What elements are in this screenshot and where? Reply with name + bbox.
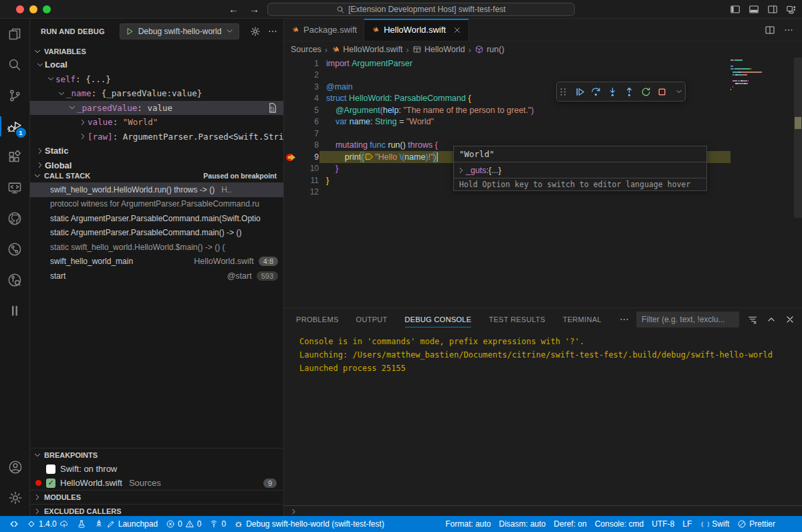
split-editor-icon[interactable] xyxy=(765,25,775,35)
breadcrumb-item[interactable]: HelloWorld.swift xyxy=(331,45,402,54)
gutter-glyph[interactable] xyxy=(284,57,299,70)
breakpoint-row[interactable]: Swift: on throw xyxy=(30,462,283,477)
statusbar-console-mode[interactable]: Console: cmd xyxy=(591,516,648,532)
step-into-button[interactable] xyxy=(606,85,619,98)
toggle-panel-icon[interactable] xyxy=(749,4,759,15)
editor-tab-package-swift[interactable]: Package.swift xyxy=(284,19,364,41)
panel-tab-terminal[interactable]: TERMINAL xyxy=(563,308,602,331)
debug-session-dropdown[interactable] xyxy=(672,85,685,98)
code-line-2[interactable]: 2 xyxy=(284,70,802,82)
variable-row[interactable]: self: {...} xyxy=(30,72,283,87)
breakpoint-row[interactable]: ✓HelloWorld.swiftSources9 xyxy=(30,476,283,491)
activitybar-item-commit-graph[interactable] xyxy=(0,234,30,265)
view-binary-icon[interactable]: 0110 xyxy=(267,102,278,114)
gutter-glyph[interactable] xyxy=(284,70,299,82)
panel-more-tabs-icon[interactable] xyxy=(619,314,630,325)
call-stack-frame[interactable]: swift_hello_world.HelloWorld.run() throw… xyxy=(30,182,283,197)
minimap[interactable] xyxy=(730,59,772,95)
stop-button[interactable] xyxy=(656,85,669,98)
gutter-glyph[interactable] xyxy=(284,174,299,186)
statusbar-notifications[interactable] xyxy=(779,516,797,532)
breakpoints-section-header[interactable]: BREAKPOINTS xyxy=(30,448,283,462)
statusbar-launchpad[interactable]: Launchpad xyxy=(90,516,162,532)
activitybar-item-search[interactable] xyxy=(0,49,30,80)
activitybar-item-pause[interactable] xyxy=(0,295,30,326)
statusbar-deref-mode[interactable]: Deref: on xyxy=(550,516,591,532)
gutter-glyph[interactable] xyxy=(284,93,299,105)
section-header-excluded-callers[interactable]: EXCLUDED CALLERS xyxy=(30,504,283,516)
code-editor[interactable]: 1import ArgumentParser23@main4struct Hel… xyxy=(284,57,802,307)
restart-button[interactable] xyxy=(640,85,652,98)
panel-tab-test-results[interactable]: TEST RESULTS xyxy=(489,308,545,331)
breadcrumb-item[interactable]: run() xyxy=(475,45,504,54)
panel-tab-debug-console[interactable]: DEBUG CONSOLE xyxy=(405,308,472,331)
activitybar-item-settings[interactable] xyxy=(0,483,30,513)
close-tab-icon[interactable] xyxy=(452,25,462,35)
call-stack-section-header[interactable]: CALL STACK Paused on breakpoint xyxy=(30,168,283,182)
variable-row[interactable]: _name: {_parsedValue:value} xyxy=(30,86,283,101)
statusbar-format-mode[interactable]: Format: auto xyxy=(441,516,495,532)
breadcrumb-item[interactable]: Sources xyxy=(291,45,321,54)
back-button[interactable]: ← xyxy=(229,3,239,15)
gutter-glyph[interactable] xyxy=(284,151,299,163)
section-header-modules[interactable]: MODULES xyxy=(30,490,283,504)
code-line-5[interactable]: 5 @Argument(help: "The name of the perso… xyxy=(284,104,802,116)
statusbar-encoding[interactable]: UTF-8 xyxy=(648,516,678,532)
statusbar-formatter[interactable]: Prettier xyxy=(733,516,779,532)
breadcrumb-item[interactable]: HelloWorld xyxy=(412,45,465,54)
step-out-button[interactable] xyxy=(623,85,636,98)
code-line-1[interactable]: 1import ArgumentParser xyxy=(284,57,802,70)
step-over-button[interactable] xyxy=(590,85,603,98)
gutter-glyph[interactable] xyxy=(284,186,299,198)
variable-row[interactable]: _parsedValue: value0110 xyxy=(30,101,283,116)
forward-button[interactable]: → xyxy=(249,3,259,15)
filter-results-icon[interactable] xyxy=(747,314,758,325)
debug-console-output[interactable]: Console is in 'commands' mode, prefix ex… xyxy=(284,331,802,375)
panel-tab-output[interactable]: OUTPUT xyxy=(356,308,388,331)
statusbar-toolchain[interactable] xyxy=(73,516,90,532)
console-filter[interactable] xyxy=(636,311,739,327)
debug-settings-gear-icon[interactable] xyxy=(250,26,261,37)
statusbar-eol[interactable]: LF xyxy=(678,516,696,532)
activitybar-item-extensions[interactable] xyxy=(0,142,30,172)
variable-row[interactable]: [raw]: ArgumentParser.Parsed<Swift.Strin… xyxy=(30,130,283,144)
variables-section-header[interactable]: VARIABLES xyxy=(30,44,283,58)
gutter-glyph[interactable] xyxy=(284,81,299,93)
variable-row[interactable]: Local xyxy=(30,57,283,72)
gutter-glyph[interactable] xyxy=(284,116,299,128)
continue-button[interactable] xyxy=(573,85,586,98)
editor-more-actions-icon[interactable] xyxy=(783,25,794,35)
statusbar-remote-indicator[interactable] xyxy=(5,516,23,532)
call-stack-frame[interactable]: static swift_hello_world.HelloWorld.$mai… xyxy=(30,240,283,255)
variable-row[interactable]: Static xyxy=(30,144,283,158)
activitybar-item-github[interactable] xyxy=(0,203,30,234)
zoom-window-button[interactable] xyxy=(43,5,51,13)
statusbar-extension-version[interactable]: 1.4.0 xyxy=(23,516,73,532)
activitybar-item-accounts[interactable] xyxy=(0,452,30,483)
maximize-panel-icon[interactable] xyxy=(766,314,777,325)
panel-tab-problems[interactable]: PROBLEMS xyxy=(296,308,339,331)
activitybar-item-explorer[interactable] xyxy=(0,19,30,49)
command-center[interactable]: [Extension Development Host] swift-test-… xyxy=(267,3,575,16)
code-line-7[interactable]: 7 xyxy=(284,128,802,140)
code-line-3[interactable]: 3@main xyxy=(284,81,802,93)
call-stack-frame[interactable]: start@start593 xyxy=(30,269,283,283)
close-window-button[interactable] xyxy=(16,5,24,13)
gutter-glyph[interactable] xyxy=(284,128,299,140)
gutter-glyph[interactable] xyxy=(284,104,299,116)
variable-row[interactable]: value: "World" xyxy=(30,115,283,130)
customize-layout-icon[interactable] xyxy=(786,4,797,15)
debug-console-input[interactable] xyxy=(284,505,802,517)
gutter-glyph[interactable] xyxy=(284,163,299,175)
console-filter-input[interactable] xyxy=(636,315,739,324)
hover-child-row[interactable]: _guts: {...} xyxy=(454,162,706,178)
statusbar-ports[interactable]: 0 xyxy=(205,516,230,532)
statusbar-problems[interactable]: 00 xyxy=(162,516,205,532)
statusbar-language-mode[interactable]: { }Swift xyxy=(696,516,733,532)
breakpoint-checkbox[interactable]: ✓ xyxy=(46,479,55,488)
editor-tab-helloworld-swift[interactable]: HelloWorld.swift xyxy=(364,19,469,41)
statusbar-debug-session[interactable]: Debug swift-hello-world (swift-test-fest… xyxy=(230,516,388,532)
code-line-6[interactable]: 6 var name: String = "World" xyxy=(284,116,802,128)
code-line-4[interactable]: 4struct HelloWorld: ParsableCommand { xyxy=(284,93,802,105)
statusbar-disasm-mode[interactable]: Disasm: auto xyxy=(495,516,550,532)
